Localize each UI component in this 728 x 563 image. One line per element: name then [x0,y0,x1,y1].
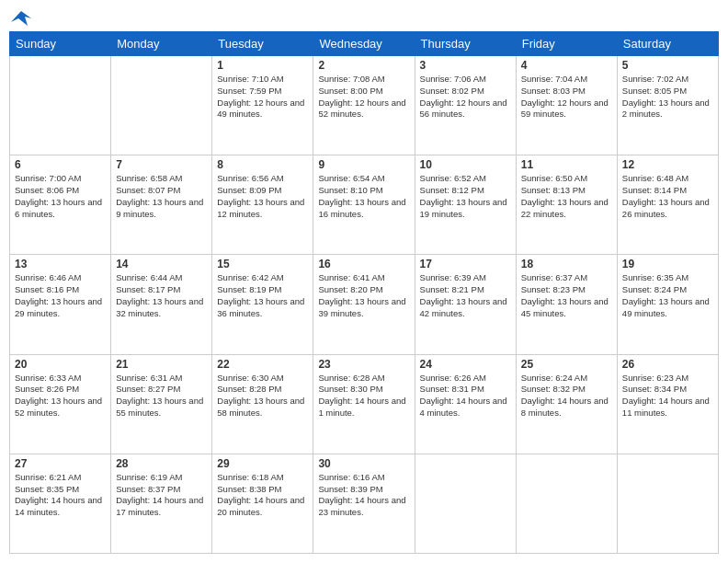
day-number: 20 [15,358,106,371]
day-info: Sunrise: 7:00 AM Sunset: 8:06 PM Dayligh… [15,173,106,220]
day-header-tuesday: Tuesday [212,32,313,56]
day-info: Sunrise: 7:06 AM Sunset: 8:02 PM Dayligh… [420,74,511,121]
calendar-cell: 6Sunrise: 7:00 AM Sunset: 8:06 PM Daylig… [10,155,111,255]
day-number: 27 [15,457,106,470]
calendar-cell: 25Sunrise: 6:24 AM Sunset: 8:32 PM Dayli… [516,354,617,454]
day-info: Sunrise: 6:56 AM Sunset: 8:09 PM Dayligh… [217,173,308,220]
calendar-cell: 21Sunrise: 6:31 AM Sunset: 8:27 PM Dayli… [111,354,212,454]
calendar-cell: 3Sunrise: 7:06 AM Sunset: 8:02 PM Daylig… [415,56,516,155]
calendar-cell: 26Sunrise: 6:23 AM Sunset: 8:34 PM Dayli… [617,354,718,454]
day-info: Sunrise: 6:41 AM Sunset: 8:20 PM Dayligh… [318,272,409,319]
day-number: 18 [521,258,612,270]
day-info: Sunrise: 6:24 AM Sunset: 8:32 PM Dayligh… [521,373,612,419]
day-number: 26 [622,358,713,371]
calendar-cell [516,454,617,553]
calendar-cell [415,454,516,553]
day-info: Sunrise: 7:02 AM Sunset: 8:05 PM Dayligh… [622,74,713,121]
calendar-cell: 16Sunrise: 6:41 AM Sunset: 8:20 PM Dayli… [313,255,415,354]
day-info: Sunrise: 6:30 AM Sunset: 8:28 PM Dayligh… [217,373,308,419]
day-info: Sunrise: 6:31 AM Sunset: 8:27 PM Dayligh… [116,373,207,419]
day-number: 3 [420,59,511,72]
calendar-cell [617,454,718,553]
day-number: 4 [521,59,612,72]
calendar-cell: 5Sunrise: 7:02 AM Sunset: 8:05 PM Daylig… [617,56,718,155]
calendar-cell: 7Sunrise: 6:58 AM Sunset: 8:07 PM Daylig… [111,155,212,255]
calendar-cell: 14Sunrise: 6:44 AM Sunset: 8:17 PM Dayli… [111,255,212,354]
week-row-3: 13Sunrise: 6:46 AM Sunset: 8:16 PM Dayli… [10,255,719,354]
day-info: Sunrise: 7:10 AM Sunset: 7:59 PM Dayligh… [217,74,308,121]
day-info: Sunrise: 6:33 AM Sunset: 8:26 PM Dayligh… [15,373,106,419]
days-header-row: SundayMondayTuesdayWednesdayThursdayFrid… [10,32,719,56]
logo [9,9,31,24]
calendar-cell: 23Sunrise: 6:28 AM Sunset: 8:30 PM Dayli… [313,354,415,454]
day-info: Sunrise: 6:52 AM Sunset: 8:12 PM Dayligh… [420,173,511,220]
day-number: 24 [420,358,511,371]
day-number: 8 [217,158,308,171]
calendar-cell: 17Sunrise: 6:39 AM Sunset: 8:21 PM Dayli… [415,255,516,354]
day-info: Sunrise: 6:18 AM Sunset: 8:38 PM Dayligh… [217,472,308,519]
day-number: 21 [116,358,207,371]
day-info: Sunrise: 6:50 AM Sunset: 8:13 PM Dayligh… [521,173,612,220]
calendar-cell: 27Sunrise: 6:21 AM Sunset: 8:35 PM Dayli… [10,454,111,553]
day-number: 17 [420,258,511,270]
day-number: 22 [217,358,308,371]
day-info: Sunrise: 6:35 AM Sunset: 8:24 PM Dayligh… [622,272,713,319]
day-header-wednesday: Wednesday [313,32,415,56]
day-number: 10 [420,158,511,171]
day-info: Sunrise: 6:26 AM Sunset: 8:31 PM Dayligh… [420,373,511,419]
day-info: Sunrise: 6:44 AM Sunset: 8:17 PM Dayligh… [116,272,207,319]
day-header-saturday: Saturday [617,32,718,56]
day-number: 12 [622,158,713,171]
calendar-cell [10,56,111,155]
day-number: 28 [116,457,207,470]
day-info: Sunrise: 6:21 AM Sunset: 8:35 PM Dayligh… [15,472,106,519]
calendar-cell: 11Sunrise: 6:50 AM Sunset: 8:13 PM Dayli… [516,155,617,255]
calendar-cell: 29Sunrise: 6:18 AM Sunset: 8:38 PM Dayli… [212,454,313,553]
day-header-thursday: Thursday [415,32,516,56]
day-number: 14 [116,258,207,270]
day-info: Sunrise: 6:16 AM Sunset: 8:39 PM Dayligh… [318,472,409,519]
calendar-cell: 8Sunrise: 6:56 AM Sunset: 8:09 PM Daylig… [212,155,313,255]
day-info: Sunrise: 6:58 AM Sunset: 8:07 PM Dayligh… [116,173,207,220]
day-number: 6 [15,158,106,171]
calendar: SundayMondayTuesdayWednesdayThursdayFrid… [9,31,719,554]
day-header-sunday: Sunday [10,32,111,56]
day-number: 11 [521,158,612,171]
day-number: 19 [622,258,713,270]
day-info: Sunrise: 6:54 AM Sunset: 8:10 PM Dayligh… [318,173,409,220]
week-row-2: 6Sunrise: 7:00 AM Sunset: 8:06 PM Daylig… [10,155,719,255]
calendar-cell: 12Sunrise: 6:48 AM Sunset: 8:14 PM Dayli… [617,155,718,255]
calendar-cell: 2Sunrise: 7:08 AM Sunset: 8:00 PM Daylig… [313,56,415,155]
day-info: Sunrise: 6:28 AM Sunset: 8:30 PM Dayligh… [318,373,409,419]
calendar-cell: 13Sunrise: 6:46 AM Sunset: 8:16 PM Dayli… [10,255,111,354]
calendar-cell: 28Sunrise: 6:19 AM Sunset: 8:37 PM Dayli… [111,454,212,553]
calendar-cell: 4Sunrise: 7:04 AM Sunset: 8:03 PM Daylig… [516,56,617,155]
day-number: 5 [622,59,713,72]
calendar-cell: 20Sunrise: 6:33 AM Sunset: 8:26 PM Dayli… [10,354,111,454]
day-number: 2 [318,59,409,72]
day-number: 13 [15,258,106,270]
calendar-cell: 1Sunrise: 7:10 AM Sunset: 7:59 PM Daylig… [212,56,313,155]
day-number: 16 [318,258,409,270]
day-info: Sunrise: 6:23 AM Sunset: 8:34 PM Dayligh… [622,373,713,419]
header [9,9,719,24]
calendar-cell: 9Sunrise: 6:54 AM Sunset: 8:10 PM Daylig… [313,155,415,255]
calendar-cell: 18Sunrise: 6:37 AM Sunset: 8:23 PM Dayli… [516,255,617,354]
week-row-5: 27Sunrise: 6:21 AM Sunset: 8:35 PM Dayli… [10,454,719,553]
day-number: 1 [217,59,308,72]
calendar-cell: 24Sunrise: 6:26 AM Sunset: 8:31 PM Dayli… [415,354,516,454]
day-info: Sunrise: 6:48 AM Sunset: 8:14 PM Dayligh… [622,173,713,220]
day-info: Sunrise: 7:08 AM Sunset: 8:00 PM Dayligh… [318,74,409,121]
calendar-cell [111,56,212,155]
day-number: 29 [217,457,308,470]
calendar-cell: 10Sunrise: 6:52 AM Sunset: 8:12 PM Dayli… [415,155,516,255]
calendar-cell: 30Sunrise: 6:16 AM Sunset: 8:39 PM Dayli… [313,454,415,553]
day-info: Sunrise: 6:39 AM Sunset: 8:21 PM Dayligh… [420,272,511,319]
day-number: 30 [318,457,409,470]
week-row-1: 1Sunrise: 7:10 AM Sunset: 7:59 PM Daylig… [10,56,719,155]
day-header-friday: Friday [516,32,617,56]
day-number: 15 [217,258,308,270]
day-number: 7 [116,158,207,171]
svg-marker-0 [11,11,31,26]
day-header-monday: Monday [111,32,212,56]
